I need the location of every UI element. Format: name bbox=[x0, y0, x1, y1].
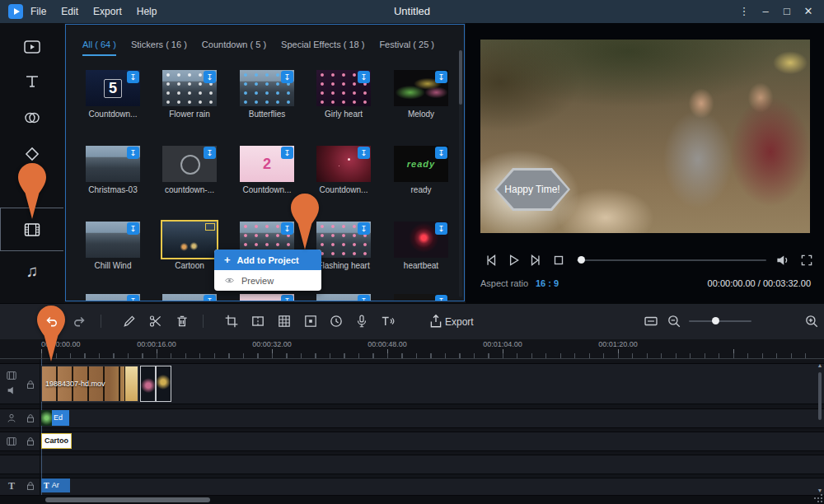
minimize-button[interactable]: – bbox=[755, 0, 776, 23]
text-to-speech-button[interactable] bbox=[380, 314, 395, 329]
export-icon[interactable] bbox=[428, 314, 443, 329]
duration-button[interactable] bbox=[329, 314, 344, 329]
sticker-track[interactable] bbox=[0, 432, 824, 451]
tab-stickers[interactable]: Stickers ( 16 ) bbox=[131, 40, 187, 56]
context-menu-add-to-project[interactable]: + Add to Project bbox=[214, 250, 321, 270]
lock-track-icon[interactable] bbox=[25, 413, 36, 424]
timeline-scroll-up[interactable]: ▲ bbox=[816, 362, 824, 368]
element-item[interactable]: ↧ bbox=[157, 294, 222, 301]
download-icon[interactable]: ↧ bbox=[435, 71, 447, 83]
timeline-pip-clip[interactable]: Ed bbox=[41, 410, 69, 426]
pip-track[interactable] bbox=[0, 408, 824, 428]
sidebar-item-text[interactable] bbox=[21, 71, 43, 92]
lock-track-icon[interactable] bbox=[25, 480, 36, 492]
download-icon[interactable]: ↧ bbox=[435, 147, 447, 159]
redo-button[interactable] bbox=[73, 314, 87, 329]
seek-slider-handle[interactable] bbox=[578, 256, 585, 264]
timeline-video-clip[interactable]: 19884307-hd.mov bbox=[41, 366, 138, 402]
download-icon[interactable]: ↧ bbox=[435, 222, 447, 235]
timeline-sticker-clip[interactable]: Cartoo bbox=[41, 433, 72, 449]
element-item[interactable]: ↧ bbox=[80, 294, 146, 301]
next-frame-button[interactable] bbox=[528, 253, 543, 268]
elements-scrollbar-thumb[interactable] bbox=[459, 50, 462, 105]
download-icon[interactable]: ↧ bbox=[204, 71, 216, 83]
timeline-text-clip[interactable]: T Ar bbox=[41, 478, 70, 492]
zoom-out-icon[interactable] bbox=[667, 314, 681, 329]
volume-icon[interactable] bbox=[775, 253, 789, 268]
play-button[interactable] bbox=[506, 253, 521, 268]
download-icon[interactable]: ↧ bbox=[358, 147, 370, 159]
undo-button[interactable] bbox=[44, 314, 59, 329]
lock-track-icon[interactable] bbox=[25, 379, 36, 390]
stop-button[interactable] bbox=[551, 253, 566, 268]
timeline-vscrollbar-thumb[interactable] bbox=[818, 372, 822, 420]
element-item-selected[interactable]: Cartoon bbox=[157, 222, 222, 270]
aspect-ratio-value[interactable]: 16 : 9 bbox=[536, 278, 559, 288]
element-item[interactable]: ↧ Butterflies bbox=[234, 70, 300, 119]
sidebar-item-media[interactable] bbox=[21, 36, 43, 58]
crop-button[interactable] bbox=[224, 314, 239, 329]
freeze-frame-button[interactable] bbox=[303, 314, 318, 329]
split-scissors-button[interactable] bbox=[148, 314, 163, 329]
sidebar-item-music[interactable]: ♫ bbox=[21, 260, 43, 282]
sidebar-item-transitions[interactable] bbox=[21, 107, 43, 128]
element-item[interactable]: ↧ countdown-... bbox=[157, 146, 222, 194]
tab-countdown[interactable]: Countdown ( 5 ) bbox=[202, 40, 266, 56]
delete-button[interactable] bbox=[175, 314, 190, 329]
download-icon[interactable]: ↧ bbox=[358, 71, 370, 83]
timeline-zoom-slider[interactable] bbox=[689, 320, 751, 322]
text-track[interactable] bbox=[0, 478, 824, 496]
element-item[interactable]: ready ↧ ready bbox=[388, 146, 454, 194]
download-icon[interactable]: ↧ bbox=[127, 71, 139, 83]
element-item[interactable]: ↧ Countdown... bbox=[311, 146, 377, 194]
mosaic-button[interactable] bbox=[277, 314, 292, 329]
timeline-zoom-handle[interactable] bbox=[712, 317, 719, 324]
download-icon[interactable]: ↧ bbox=[204, 295, 216, 301]
download-icon[interactable]: ↧ bbox=[281, 147, 293, 159]
element-item[interactable]: ↧ Christmas-03 bbox=[80, 146, 146, 194]
element-item[interactable]: ↧ bbox=[388, 294, 454, 301]
download-icon[interactable]: ↧ bbox=[281, 71, 293, 83]
zoom-in-icon[interactable] bbox=[804, 314, 819, 329]
element-item[interactable]: 2 ↧ Countdown... bbox=[234, 146, 300, 194]
download-icon[interactable]: ↧ bbox=[281, 295, 293, 301]
fullscreen-icon[interactable] bbox=[799, 253, 814, 268]
zoom-frame-button[interactable] bbox=[250, 314, 265, 329]
voiceover-mic-button[interactable] bbox=[354, 314, 369, 329]
context-menu-preview[interactable]: Preview bbox=[214, 270, 321, 291]
download-icon[interactable]: ↧ bbox=[435, 295, 447, 301]
element-item[interactable]: ↧ Chill Wind bbox=[80, 222, 146, 270]
sidebar-item-elements[interactable] bbox=[21, 219, 43, 240]
download-icon[interactable]: ↧ bbox=[204, 147, 216, 159]
element-item[interactable]: ↧ bbox=[311, 294, 377, 301]
element-item[interactable]: ↧ Girly heart bbox=[311, 70, 377, 119]
resize-grip[interactable] bbox=[814, 497, 816, 499]
download-icon[interactable]: ↧ bbox=[127, 222, 139, 235]
download-icon[interactable]: ↧ bbox=[127, 147, 139, 159]
timeline-video-clip-2[interactable] bbox=[140, 366, 171, 402]
element-item[interactable]: ↧ Melody bbox=[388, 70, 454, 119]
element-item[interactable]: ↧ bbox=[234, 294, 300, 301]
element-item[interactable]: ↧ heartbeat bbox=[388, 222, 454, 270]
edit-button[interactable] bbox=[122, 314, 137, 329]
previous-frame-button[interactable] bbox=[484, 253, 499, 268]
export-button[interactable]: Export bbox=[445, 316, 474, 328]
timeline-hscrollbar-thumb[interactable] bbox=[45, 497, 210, 502]
download-icon[interactable]: ↧ bbox=[358, 295, 370, 301]
seek-slider[interactable] bbox=[577, 259, 766, 261]
tab-special-effects[interactable]: Special Effects ( 18 ) bbox=[281, 40, 364, 56]
fit-timeline-icon[interactable] bbox=[644, 314, 658, 329]
download-icon[interactable]: ↧ bbox=[358, 222, 370, 235]
timeline-scroll-down[interactable]: ▼ bbox=[816, 488, 824, 493]
lock-track-icon[interactable] bbox=[25, 436, 36, 447]
tab-all[interactable]: All ( 64 ) bbox=[82, 40, 116, 56]
element-item[interactable]: ↧ Flower rain bbox=[157, 70, 222, 119]
tab-festival[interactable]: Festival ( 25 ) bbox=[379, 40, 434, 56]
download-icon[interactable]: ↧ bbox=[127, 295, 139, 301]
element-item[interactable]: 5 ↧ Countdown... bbox=[80, 70, 146, 119]
more-options-icon[interactable]: ⋮ bbox=[733, 0, 755, 23]
maximize-button[interactable]: □ bbox=[776, 0, 798, 23]
mute-track-icon[interactable] bbox=[6, 385, 17, 396]
empty-track[interactable] bbox=[0, 455, 824, 474]
close-button[interactable]: ✕ bbox=[798, 0, 819, 23]
